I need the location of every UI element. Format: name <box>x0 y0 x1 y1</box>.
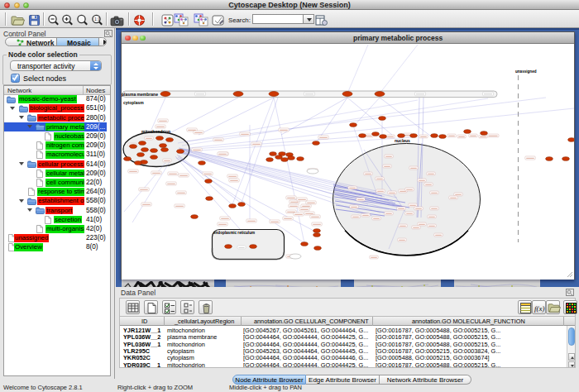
svg-text:unassigned: unassigned <box>515 69 537 74</box>
svg-text:nucleus: nucleus <box>395 138 410 143</box>
svg-text:endoplasmic reticulum: endoplasmic reticulum <box>213 231 255 235</box>
svg-text:plasma membrane: plasma membrane <box>122 92 158 97</box>
svg-text:f(x): f(x) <box>534 304 545 313</box>
svg-text:mitochondrion: mitochondrion <box>141 129 170 134</box>
svg-text:1:1: 1:1 <box>94 17 100 22</box>
svg-text:cytoplasm: cytoplasm <box>123 100 144 105</box>
